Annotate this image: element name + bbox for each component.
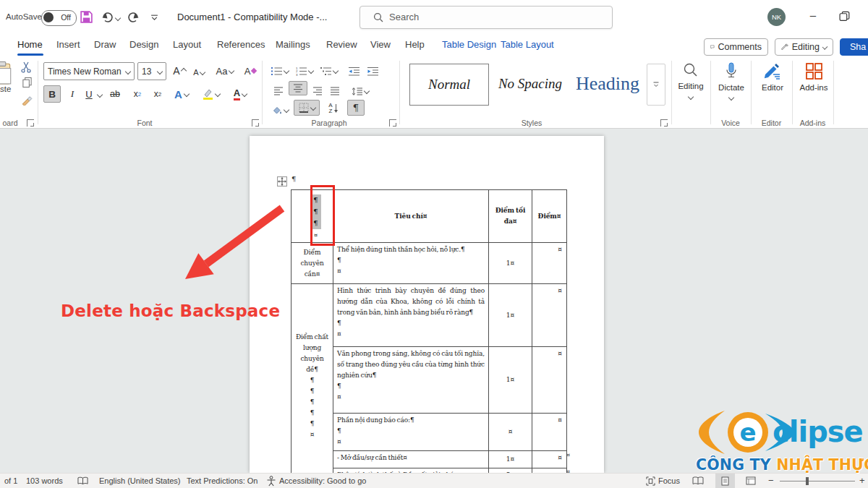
undo-icon[interactable]: [101, 11, 114, 23]
style-no-spacing[interactable]: No Spacing: [493, 64, 567, 104]
add-ins-button[interactable]: Add-ins: [794, 62, 833, 92]
cell-intro-max[interactable]: 1¤: [489, 451, 532, 468]
multilevel-list-button[interactable]: [318, 62, 339, 80]
editing-mode-button[interactable]: Editing: [775, 38, 833, 56]
tab-table-layout[interactable]: Table Layout: [501, 39, 554, 50]
align-right-button[interactable]: [310, 82, 326, 100]
share-button[interactable]: Sha: [840, 38, 868, 56]
tab-design[interactable]: Design: [129, 39, 158, 50]
decrease-indent-button[interactable]: [346, 62, 362, 80]
search-input[interactable]: Search: [359, 6, 613, 29]
borders-button[interactable]: [294, 100, 320, 116]
zoom-slider-thumb[interactable]: [806, 477, 809, 485]
zoom-out-button[interactable]: −: [768, 474, 774, 488]
cell-attendance-label[interactable]: Điểm chuyên cần¤: [292, 243, 333, 284]
change-case-button[interactable]: Aa: [213, 62, 237, 80]
quick-access-more-icon[interactable]: [150, 14, 158, 21]
autosave-toggle[interactable]: Off: [41, 10, 77, 26]
cell-attendance-score[interactable]: ¤: [532, 243, 567, 284]
chevron-down-icon[interactable]: [97, 92, 103, 98]
underline-button[interactable]: U: [81, 85, 97, 103]
read-mode-icon[interactable]: [692, 476, 704, 485]
italic-button[interactable]: I: [65, 85, 80, 103]
cell-format-max[interactable]: 1¤: [489, 284, 532, 347]
cell-style-max[interactable]: 1¤: [489, 347, 532, 414]
bold-button[interactable]: B: [43, 85, 61, 103]
header-cell-score[interactable]: Điểm¤: [532, 190, 567, 243]
cell-attendance-criteria[interactable]: Thể hiện đúng tinh thần học hỏi, nỗ lực.…: [333, 243, 489, 284]
sort-button[interactable]: AZ: [324, 100, 343, 117]
subscript-button[interactable]: x2: [129, 85, 146, 103]
align-left-button[interactable]: [271, 82, 286, 100]
style-heading[interactable]: Heading: [571, 64, 644, 104]
cell-format-criteria[interactable]: Hình thức trình bày chuyên đề đúng theo …: [333, 284, 489, 347]
restore-window-button[interactable]: [839, 11, 850, 22]
style-normal[interactable]: Normal: [409, 64, 489, 106]
cell-content-max[interactable]: ¤: [489, 414, 532, 451]
styles-gallery-more-button[interactable]: [647, 64, 665, 106]
proofing-book-icon[interactable]: [77, 476, 88, 485]
font-name-combobox[interactable]: Times New Roman: [43, 62, 135, 80]
cell-quality-label[interactable]: Điểm chất lượng chuyên đề¶ ¶ ¶ ¶ ¶ ¶ ¤: [292, 284, 333, 474]
cell-style-score[interactable]: ¤: [532, 347, 567, 414]
tab-insert[interactable]: Insert: [56, 39, 80, 50]
bullets-button[interactable]: [269, 62, 289, 80]
font-color-button[interactable]: A: [229, 85, 252, 103]
cell-content-criteria[interactable]: Phần nội dung báo cáo:¶ ¶ ¤: [333, 414, 489, 451]
web-layout-icon[interactable]: [746, 476, 756, 485]
highlight-color-button[interactable]: [200, 85, 223, 103]
cell-content-score[interactable]: ¤: [532, 414, 567, 451]
font-dialog-launcher-icon[interactable]: [252, 119, 259, 127]
align-center-button[interactable]: [289, 81, 307, 95]
text-predictions-indicator[interactable]: Text Predictions: On: [187, 474, 258, 488]
copy-icon[interactable]: [22, 77, 33, 88]
redo-icon[interactable]: [127, 11, 140, 23]
font-size-combobox[interactable]: 13: [137, 62, 166, 80]
zoom-in-button[interactable]: +: [859, 474, 865, 488]
editing-menu-button[interactable]: Editing: [671, 62, 710, 99]
tab-mailings[interactable]: Mailings: [276, 39, 310, 50]
superscript-button[interactable]: x2: [149, 85, 166, 103]
tab-view[interactable]: View: [370, 39, 391, 50]
paragraph-dialog-launcher-icon[interactable]: [389, 119, 396, 127]
document-page[interactable]: ¶ ¶ ¶ ¶ ¤ Tiêu chí¤ Điểm tối đa¤ Điểm¤: [250, 136, 604, 473]
paste-label-partial[interactable]: ste: [0, 85, 11, 93]
focus-button[interactable]: Focus: [658, 474, 680, 488]
increase-indent-button[interactable]: [365, 62, 380, 80]
tab-layout[interactable]: Layout: [173, 39, 201, 50]
dictate-button[interactable]: Dictate: [712, 62, 751, 100]
avatar[interactable]: NK: [767, 8, 786, 26]
tab-home[interactable]: Home: [17, 39, 43, 50]
header-cell-criteria[interactable]: Tiêu chí¤: [333, 190, 489, 243]
cell-intro-score[interactable]: ¤: [532, 451, 567, 468]
tab-references[interactable]: References: [217, 39, 265, 50]
tab-review[interactable]: Review: [326, 39, 357, 50]
clipboard-dialog-launcher-icon[interactable]: [27, 119, 34, 127]
cell-intro-criteria[interactable]: - Mở đầu/sự cần thiết¤: [333, 451, 489, 468]
line-spacing-button[interactable]: [349, 82, 372, 100]
shading-button[interactable]: [269, 101, 291, 119]
numbering-button[interactable]: 123: [294, 62, 314, 80]
editor-button[interactable]: Editor: [753, 62, 792, 92]
paste-button[interactable]: [0, 61, 12, 85]
table-move-handle[interactable]: [277, 176, 287, 187]
minimize-button[interactable]: –: [803, 9, 823, 21]
cut-icon[interactable]: [20, 61, 32, 73]
tab-table-design[interactable]: Table Design: [442, 39, 496, 50]
cell-format-score[interactable]: ¤: [532, 284, 567, 347]
format-painter-icon[interactable]: [21, 94, 33, 106]
strikethrough-button[interactable]: ab: [106, 85, 124, 103]
cell-attendance-max[interactable]: 1¤: [489, 243, 532, 284]
page-indicator[interactable]: of 1: [4, 474, 17, 488]
print-layout-selected-bg[interactable]: [715, 474, 735, 488]
accessibility-status[interactable]: Accessibility: Good to go: [279, 474, 366, 488]
save-icon[interactable]: [80, 10, 93, 24]
header-cell-max-score[interactable]: Điểm tối đa¤: [489, 190, 532, 243]
grow-font-button[interactable]: A: [171, 62, 188, 80]
text-effects-button[interactable]: A: [172, 85, 191, 103]
styles-dialog-launcher-icon[interactable]: [660, 119, 668, 127]
clear-formatting-button[interactable]: A: [242, 62, 259, 80]
cell-style-criteria[interactable]: Văn phong trong sáng, không có câu tối n…: [333, 347, 489, 414]
tab-help[interactable]: Help: [405, 39, 425, 50]
justify-button[interactable]: [327, 82, 343, 100]
